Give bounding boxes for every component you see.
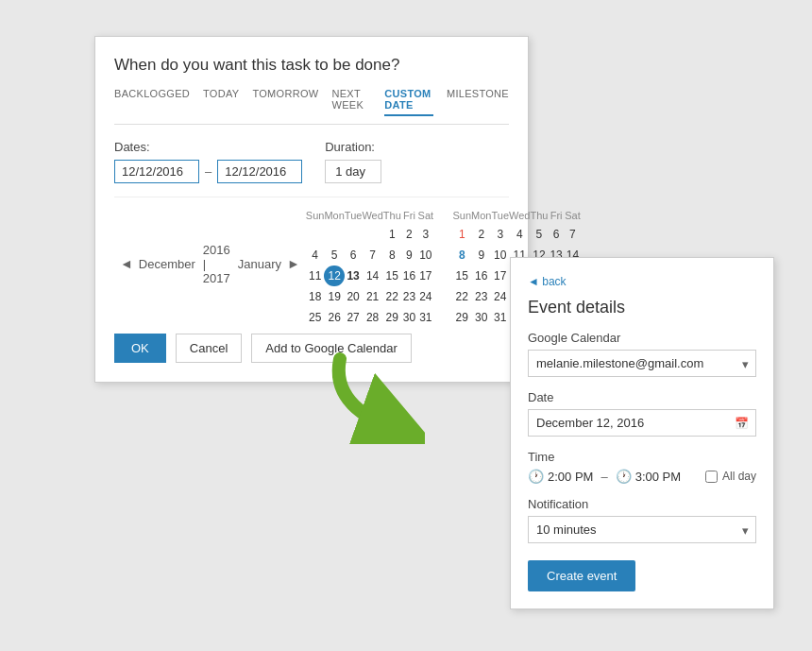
jan-d-1[interactable]: 1 [453, 224, 472, 245]
dec-d-8[interactable]: 8 [383, 245, 401, 266]
tab-custom-date[interactable]: CUSTOM DATE [384, 88, 433, 116]
tab-bar: BACKLOGGED TODAY TOMORROW NEXT WEEK CUST… [114, 88, 509, 125]
back-link[interactable]: ◄ back [528, 275, 756, 288]
dec-d-23[interactable]: 23 [401, 286, 417, 307]
event-date-input[interactable] [528, 409, 756, 437]
jan-d-8[interactable]: 8 [453, 245, 472, 266]
ok-button[interactable]: OK [114, 334, 166, 363]
jan-dow-sat: Sat [565, 207, 581, 224]
all-day-check[interactable]: All day [705, 470, 756, 483]
jan-d-7[interactable]: 7 [565, 224, 581, 245]
tab-next-week[interactable]: NEXT WEEK [331, 88, 371, 116]
dec-d-13[interactable]: 13 [345, 266, 363, 286]
dec-d-1[interactable]: 1 [383, 224, 401, 245]
dec-d-18[interactable]: 18 [306, 286, 325, 307]
dec-d-31[interactable]: 31 [417, 307, 433, 328]
jan-d-29[interactable]: 29 [453, 307, 472, 328]
date-end-input[interactable] [217, 160, 302, 183]
prev-month-button[interactable]: ◄ [114, 254, 139, 273]
event-details-panel: ◄ back Event details Google Calendar mel… [510, 257, 774, 609]
dec-d-22[interactable]: 22 [383, 286, 401, 307]
dec-d-24[interactable]: 24 [417, 286, 433, 307]
dec-d-30[interactable]: 30 [401, 307, 417, 328]
time-end: 🕐 3:00 PM [616, 469, 681, 484]
jan-d-23[interactable]: 23 [471, 286, 491, 307]
dec-d-3[interactable]: 3 [417, 224, 433, 245]
dec-d-11[interactable]: 11 [306, 266, 325, 286]
notification-select[interactable]: 10 minutes [528, 516, 756, 543]
dec-d-19[interactable]: 19 [324, 286, 344, 307]
date-group: Date [528, 390, 756, 437]
jan-d-31[interactable]: 31 [491, 307, 509, 328]
jan-d-5[interactable]: 5 [530, 224, 548, 245]
dec-dow-mon: Mon [324, 207, 344, 224]
next-month-button[interactable]: ► [281, 254, 306, 273]
jan-d-16[interactable]: 16 [471, 266, 491, 286]
jan-d-30[interactable]: 30 [471, 307, 491, 328]
google-calendar-select[interactable]: melanie.milestone@gmail.com [528, 350, 756, 377]
notification-group: Notification 10 minutes [528, 497, 756, 543]
tab-milestone[interactable]: MILESTONE [447, 88, 509, 116]
jan-d-15[interactable]: 15 [453, 266, 472, 286]
dialog-btn-row: OK Cancel Add to Google Calendar [114, 334, 509, 363]
tab-backlogged[interactable]: BACKLOGGED [114, 88, 190, 116]
jan-dow-mon: Mon [471, 207, 491, 224]
tab-tomorrow[interactable]: TOMORROW [252, 88, 318, 116]
jan-d-4[interactable]: 4 [509, 224, 530, 245]
jan-d-6[interactable]: 6 [548, 224, 564, 245]
arrow-icon [321, 350, 425, 444]
all-day-checkbox[interactable] [705, 471, 718, 483]
date-field-wrapper [528, 409, 756, 437]
clock-end-icon: 🕐 [616, 469, 632, 484]
dec-d-2[interactable]: 2 [401, 224, 417, 245]
cancel-button[interactable]: Cancel [176, 334, 242, 363]
notification-select-wrapper: 10 minutes [528, 516, 756, 543]
duration-input[interactable] [325, 160, 381, 183]
dec-d-29[interactable]: 29 [383, 307, 401, 328]
dec-d-12[interactable]: 12 [324, 266, 344, 286]
jan-d-24[interactable]: 24 [491, 286, 509, 307]
date-dash: – [205, 164, 211, 179]
dec-dow-wed: Wed [362, 207, 382, 224]
dec-d-e1 [306, 224, 325, 245]
event-panel-title: Event details [528, 298, 756, 317]
dec-d-16[interactable]: 16 [401, 266, 417, 286]
time-group: Time 🕐 2:00 PM – 🕐 3:00 PM All day [528, 450, 756, 484]
dec-d-27[interactable]: 27 [345, 307, 363, 328]
dialog-title: When do you want this task to be done? [114, 56, 509, 75]
time-end-value: 3:00 PM [635, 470, 681, 484]
dec-d-5[interactable]: 5 [324, 245, 344, 266]
dec-d-21[interactable]: 21 [362, 286, 382, 307]
dec-d-20[interactable]: 20 [345, 286, 363, 307]
google-calendar-group: Google Calendar melanie.milestone@gmail.… [528, 331, 756, 377]
date-inputs: – [114, 160, 302, 183]
dates-row: Dates: – Duration: [114, 140, 509, 183]
dec-d-10[interactable]: 10 [417, 245, 433, 266]
date-start-input[interactable] [114, 160, 199, 183]
jan-d-2[interactable]: 2 [471, 224, 491, 245]
clock-start-icon: 🕐 [528, 469, 544, 484]
jan-d-3[interactable]: 3 [491, 224, 509, 245]
create-event-button[interactable]: Create event [528, 560, 635, 591]
jan-d-10[interactable]: 10 [491, 245, 509, 266]
date-field-label: Date [528, 390, 756, 404]
jan-d-22[interactable]: 22 [453, 286, 472, 307]
dates-label: Dates: [114, 140, 302, 154]
dec-d-e3 [345, 224, 363, 245]
year-divider-label: 2016 | 2017 [195, 243, 238, 285]
dec-d-25[interactable]: 25 [306, 307, 325, 328]
jan-d-9[interactable]: 9 [471, 245, 491, 266]
dec-d-7[interactable]: 7 [362, 245, 382, 266]
dec-d-9[interactable]: 9 [401, 245, 417, 266]
jan-d-17[interactable]: 17 [491, 266, 509, 286]
tab-today[interactable]: TODAY [203, 88, 239, 116]
task-date-dialog: When do you want this task to be done? B… [94, 36, 529, 383]
dec-d-4[interactable]: 4 [306, 245, 325, 266]
dec-d-17[interactable]: 17 [417, 266, 433, 286]
google-calendar-label: Google Calendar [528, 331, 756, 345]
dec-d-26[interactable]: 26 [324, 307, 344, 328]
dec-d-28[interactable]: 28 [362, 307, 382, 328]
dec-d-15[interactable]: 15 [383, 266, 401, 286]
dec-d-6[interactable]: 6 [345, 245, 363, 266]
dec-d-14[interactable]: 14 [362, 266, 382, 286]
